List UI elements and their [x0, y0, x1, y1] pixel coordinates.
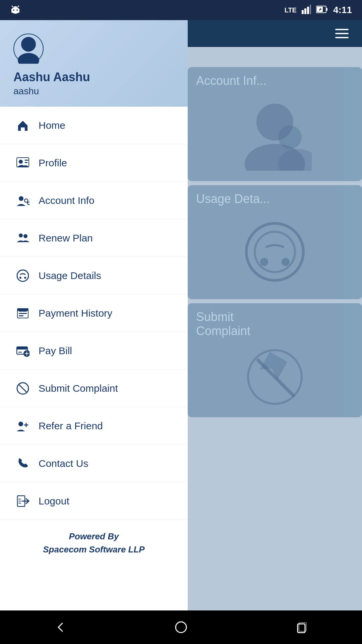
menu-item-pay-bill[interactable]: Pay Bill [0, 332, 188, 370]
svg-point-2 [13, 9, 14, 11]
drawer-header: Aashu Aashu aashu [0, 20, 188, 107]
svg-point-23 [260, 258, 268, 266]
svg-rect-32 [25, 160, 28, 161]
svg-rect-8 [302, 10, 304, 14]
submit-complaint-icon [13, 379, 32, 397]
submit-complaint-card-icon [196, 343, 354, 411]
avatar-icon [13, 34, 44, 64]
menu-item-home[interactable]: Home [0, 107, 188, 144]
svg-point-28 [18, 53, 39, 64]
account-info-icon [13, 191, 32, 210]
logout-icon [13, 492, 32, 510]
svg-rect-33 [25, 162, 27, 163]
status-bar-left [10, 4, 21, 16]
usage-details-card: Usage Deta... [188, 185, 362, 299]
status-bar: LTE 4:11 [0, 0, 362, 20]
svg-point-34 [19, 196, 23, 201]
android-icon [10, 4, 21, 16]
profile-icon [13, 154, 32, 172]
svg-rect-46 [19, 315, 23, 316]
account-info-label: Account Info [39, 195, 95, 206]
menu-item-profile[interactable]: Profile [0, 144, 188, 182]
time-display: 4:11 [333, 5, 352, 15]
menu-item-account-info[interactable]: Account Info [0, 182, 188, 219]
svg-point-24 [282, 258, 290, 266]
svg-point-64 [176, 622, 186, 633]
status-bar-right: LTE 4:11 [285, 5, 352, 15]
menu-item-renew-plan[interactable]: Renew Plan [0, 219, 188, 257]
usage-details-icon [13, 266, 32, 285]
right-cards: Account Inf... Usage Deta... [188, 67, 362, 417]
powered-by-section: Powered By Spacecom Software LLP [0, 520, 188, 566]
logout-label: Logout [39, 495, 69, 507]
svg-rect-45 [19, 313, 27, 314]
submit-complaint-label: Submit Complaint [39, 383, 118, 394]
svg-point-22 [255, 232, 295, 272]
payment-history-icon [13, 304, 32, 322]
account-info-card-title: Account Inf... [196, 74, 354, 88]
account-info-card-icon [196, 93, 354, 174]
android-nav-bar [0, 610, 362, 644]
contact-us-label: Contact Us [39, 458, 88, 469]
user-full-name: Aashu Aashu [13, 70, 90, 84]
svg-point-39 [23, 234, 27, 238]
signal-icon [302, 5, 311, 15]
svg-point-42 [24, 277, 26, 279]
profile-label: Profile [39, 157, 67, 169]
menu-item-logout[interactable]: Logout [0, 482, 188, 520]
svg-point-41 [19, 277, 21, 279]
payment-history-label: Payment History [39, 308, 112, 319]
svg-rect-14 [326, 8, 327, 11]
avatar-container [13, 34, 44, 65]
svg-rect-10 [307, 7, 309, 14]
menu-item-submit-complaint[interactable]: Submit Complaint [0, 370, 188, 407]
powered-by-text: Powered By Spacecom Software LLP [13, 530, 174, 556]
svg-point-36 [27, 202, 29, 205]
navigation-drawer: Aashu Aashu aashu Home [0, 20, 188, 644]
pay-bill-icon [13, 341, 32, 360]
hamburger-button[interactable] [332, 25, 352, 42]
svg-rect-9 [304, 8, 306, 14]
hamburger-line-3 [335, 37, 349, 38]
svg-point-6 [12, 6, 13, 7]
svg-point-38 [19, 233, 23, 237]
svg-rect-47 [17, 309, 28, 311]
svg-point-3 [16, 9, 18, 11]
svg-rect-11 [310, 5, 311, 14]
submit-complaint-card: Submit Complaint [188, 303, 362, 417]
username: aashu [13, 86, 39, 97]
svg-point-27 [21, 37, 36, 52]
home-button[interactable] [174, 621, 188, 634]
usage-details-card-icon [196, 211, 354, 292]
lte-indicator: LTE [285, 6, 297, 14]
svg-point-31 [19, 160, 23, 164]
refer-friend-label: Refer a Friend [39, 420, 103, 432]
hamburger-line-2 [335, 33, 349, 34]
renew-plan-icon [13, 229, 32, 247]
svg-line-55 [19, 385, 26, 392]
account-info-card: Account Inf... [188, 67, 362, 181]
home-label: Home [39, 120, 65, 131]
svg-point-40 [17, 270, 28, 281]
pay-bill-label: Pay Bill [39, 345, 72, 357]
battery-icon [316, 5, 328, 15]
svg-rect-49 [17, 347, 27, 350]
contact-us-icon [13, 454, 32, 473]
svg-line-37 [27, 202, 28, 202]
menu-items-list: Home Profile [0, 107, 188, 644]
svg-rect-1 [11, 9, 19, 13]
submit-complaint-card-title: Submit Complaint [196, 310, 354, 338]
menu-item-payment-history[interactable]: Payment History [0, 294, 188, 332]
back-button[interactable] [54, 621, 67, 634]
svg-point-56 [18, 422, 23, 426]
menu-item-contact-us[interactable]: Contact Us [0, 445, 188, 482]
menu-item-usage-details[interactable]: Usage Details [0, 257, 188, 294]
refer-friend-icon [13, 417, 32, 435]
svg-point-7 [18, 6, 19, 7]
home-icon [13, 116, 32, 135]
svg-point-19 [278, 125, 302, 149]
usage-details-card-title: Usage Deta... [196, 192, 354, 206]
recents-button[interactable] [295, 621, 308, 634]
menu-item-refer-friend[interactable]: Refer a Friend [0, 407, 188, 445]
usage-details-label: Usage Details [39, 270, 101, 281]
